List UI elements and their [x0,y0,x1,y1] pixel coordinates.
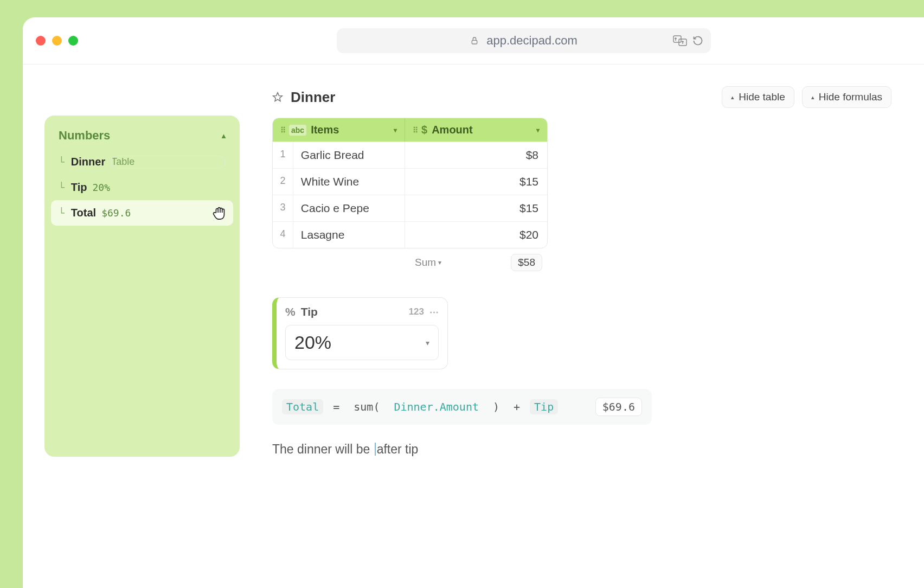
grab-cursor-icon [211,204,228,221]
translate-icon[interactable] [673,35,687,46]
col-label: Items [311,124,389,136]
row-index: 1 [273,142,293,168]
cell-item[interactable]: Cacio e Pepe [293,195,405,221]
traffic-lights [36,36,78,46]
row-index: 2 [273,169,293,195]
tree-branch-icon: └ [59,207,65,219]
dinner-table: ⠿ abc Items ▾ ⠿ $ Amount ▾ ⠿ [272,118,548,248]
cell-item[interactable]: Garlic Bread [293,142,405,168]
formula-close: ) [489,399,504,414]
sentence-text[interactable]: The dinner will be after tip [272,442,891,457]
dropdown-icon: ▾ [438,259,441,266]
formula-var: Total [282,399,323,414]
content: Numbers ▴ └ Dinner Table └ Tip 20% └ Tot… [23,65,924,457]
table-section-head: Dinner ▴Hide table ▴Hide formulas [272,86,891,108]
col-header-amount[interactable]: ⠿ $ Amount ▾ [405,118,547,142]
triangle-up-icon: ▴ [811,94,814,101]
drag-handle-icon[interactable]: ⠿ [413,126,417,135]
cell-amount[interactable]: $15 [405,169,547,195]
formula-ref: Dinner.Amount [389,399,483,414]
reload-icon[interactable] [692,35,703,46]
numbers-panel-title: Numbers [59,129,110,143]
sidebar-item-total[interactable]: └ Total $69.6 [51,200,233,226]
percent-icon: % [285,305,296,318]
row-index: 4 [273,222,293,248]
formula-fn: sum( [349,399,384,414]
col-label: Amount [432,124,532,136]
text-type-icon: abc [289,125,306,136]
titlebar: app.decipad.com [23,17,924,65]
star-icon[interactable] [272,92,283,103]
table-title[interactable]: Dinner [291,89,714,106]
table-row[interactable]: 2 White Wine $15 [273,168,547,195]
tip-card-head: % Tip 123 ⋯ [285,305,439,318]
table-header-row: ⠿ abc Items ▾ ⠿ $ Amount ▾ [273,118,547,142]
table-row[interactable]: 3 Cacio e Pepe $15 [273,195,547,221]
minimize-window-icon[interactable] [52,36,62,46]
lock-icon [470,36,479,45]
svg-marker-3 [273,93,283,101]
formula-plus: + [509,399,524,414]
dollar-icon: $ [421,124,427,136]
tip-card: % Tip 123 ⋯ 20% ▾ [272,297,448,369]
cell-item[interactable]: White Wine [293,169,405,195]
more-icon[interactable]: ⋯ [429,306,439,318]
url-text: app.decipad.com [486,34,578,48]
aggregate-select[interactable]: Sum ▾ [415,257,441,269]
formula-result: $69.6 [595,398,642,416]
fullscreen-window-icon[interactable] [68,36,78,46]
row-index: 3 [273,195,293,221]
sidebar-item-dinner[interactable]: └ Dinner Table [51,149,233,175]
table-row[interactable]: 4 Lasagne $20 [273,221,547,248]
cell-amount[interactable]: $15 [405,195,547,221]
dropdown-icon[interactable]: ▾ [394,126,397,134]
url-bar[interactable]: app.decipad.com [337,28,711,53]
aggregate-row: Sum ▾ $58 [272,248,548,271]
table-row[interactable]: ⠿ 1 Garlic Bread $8 [273,142,547,168]
caret-up-icon: ▴ [222,131,226,140]
sidebar-item-value: $69.6 [101,207,131,219]
cell-item[interactable]: Lasagne [293,222,405,248]
browser-window: app.decipad.com Numbers ▴ └ Dinner Table… [23,17,924,588]
sentence-after: after tip [377,442,419,456]
tip-value-input[interactable]: 20% ▾ [285,325,439,360]
dropdown-icon[interactable]: ▾ [426,338,429,347]
sidebar-item-value: Table [111,156,226,168]
tree-branch-icon: └ [59,182,65,193]
col-header-items[interactable]: ⠿ abc Items ▾ [273,118,405,142]
hide-formulas-button[interactable]: ▴Hide formulas [802,86,891,108]
aggregate-value: $58 [511,254,542,271]
sidebar-item-label: Dinner [71,156,105,168]
sidebar-item-label: Total [71,207,96,219]
cell-amount[interactable]: $8 [405,142,547,168]
triangle-up-icon: ▴ [731,94,734,101]
sentence-before: The dinner will be [272,442,374,456]
tip-value: 20% [294,332,331,353]
numbers-panel-head[interactable]: Numbers ▴ [51,125,233,149]
tree-branch-icon: └ [59,156,65,168]
formula-block[interactable]: Total = sum( Dinner.Amount ) + Tip $69.6 [272,389,652,425]
sidebar-item-tip[interactable]: └ Tip 20% [51,175,233,200]
cell-amount[interactable]: $20 [405,222,547,248]
drag-handle-icon[interactable]: ⠿ [280,126,285,135]
numbers-panel: Numbers ▴ └ Dinner Table └ Tip 20% └ Tot… [44,116,240,457]
main-area: Dinner ▴Hide table ▴Hide formulas ⠿ abc … [272,86,924,457]
dropdown-icon[interactable]: ▾ [536,126,540,134]
formula-tipref: Tip [530,399,558,414]
tip-label[interactable]: Tip [301,305,318,318]
sidebar-item-value: 20% [92,182,110,193]
sidebar-item-label: Tip [71,181,87,194]
svg-rect-0 [472,40,477,44]
hide-table-button[interactable]: ▴Hide table [722,86,794,108]
format-hint[interactable]: 123 [409,306,424,317]
formula-eq: = [329,399,344,414]
close-window-icon[interactable] [36,36,46,46]
text-caret-icon [375,443,376,456]
